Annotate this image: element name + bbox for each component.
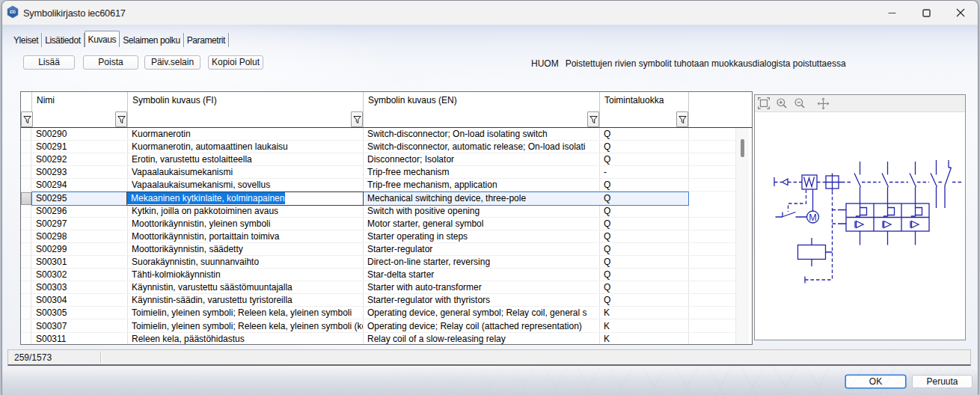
table-row[interactable]: S00298Moottorikäynnistin, portaittain to… xyxy=(21,230,735,243)
symbol-preview-canvas[interactable]: M xyxy=(755,112,965,340)
cell-kuvaus-en[interactable]: Switch-disconnector; On-load isolating s… xyxy=(363,128,599,141)
cancel-button[interactable]: Peruuta xyxy=(912,375,973,388)
column-header-nimi[interactable]: Nimi xyxy=(37,95,55,105)
cell-kuvaus-en[interactable]: Starter-regulator xyxy=(363,243,599,256)
table-row[interactable]: S00290KuormanerotinSwitch-disconnector; … xyxy=(21,128,735,141)
column-header-kuvaus-fi[interactable]: Symbolin kuvaus (FI) xyxy=(132,95,217,105)
cell-toimintaluokka[interactable]: Q xyxy=(599,243,688,256)
row-header[interactable] xyxy=(21,281,31,294)
cell-kuvaus-fi[interactable]: Vapaalaukaisumekanismi, sovellus xyxy=(127,179,363,192)
cell-kuvaus-en[interactable]: Direct-on-line starter, reversing xyxy=(363,256,599,269)
cell-toimintaluokka[interactable]: Q xyxy=(599,179,688,192)
cell-kuvaus-en[interactable]: Motor starter, general symbol xyxy=(363,218,599,230)
cell-toimintaluokka[interactable]: K xyxy=(599,333,688,344)
cell-nimi[interactable]: S00293 xyxy=(31,166,127,179)
maximize-button[interactable] xyxy=(909,1,943,25)
cell-filler[interactable] xyxy=(688,333,735,344)
cell-nimi[interactable]: S00294 xyxy=(31,179,127,192)
cell-nimi[interactable]: S00290 xyxy=(31,128,127,141)
kopioi-polut-button[interactable]: Kopioi Polut xyxy=(208,55,263,70)
row-header[interactable] xyxy=(21,166,31,179)
cell-kuvaus-fi[interactable]: Suorakäynnistin, suunnanvaihto xyxy=(127,256,363,269)
cell-toimintaluokka[interactable]: - xyxy=(599,166,688,179)
cell-kuvaus-fi[interactable]: Käynnistin-säädin, varustettu tyristorei… xyxy=(127,294,363,307)
filter-button-toimintaluokka[interactable] xyxy=(676,111,688,127)
cell-filler[interactable] xyxy=(688,141,735,153)
cell-filler[interactable] xyxy=(688,205,735,218)
cell-filler[interactable] xyxy=(688,269,735,281)
cell-nimi[interactable]: S00295 xyxy=(31,192,127,205)
cell-nimi[interactable]: S00302 xyxy=(31,269,127,281)
cell-kuvaus-fi[interactable]: Kuormanerotin, automaattinen laukaisu xyxy=(127,141,363,153)
cell-toimintaluokka[interactable]: Q xyxy=(599,153,688,166)
cell-kuvaus-en[interactable]: Relay coil of a slow-releasing relay xyxy=(363,333,599,344)
cell-toimintaluokka[interactable]: K xyxy=(599,320,688,333)
row-header[interactable] xyxy=(21,243,31,256)
cell-kuvaus-fi[interactable]: Toimielin, yleinen symboli; Releen kela,… xyxy=(127,307,363,319)
cell-toimintaluokka[interactable]: Q xyxy=(599,128,688,141)
cell-filler[interactable] xyxy=(688,179,735,192)
cell-filler[interactable] xyxy=(688,166,735,179)
cell-nimi[interactable]: S00301 xyxy=(31,256,127,269)
cell-nimi[interactable]: S00299 xyxy=(31,243,127,256)
cell-filler[interactable] xyxy=(688,230,735,243)
cell-toimintaluokka[interactable]: Q xyxy=(599,294,688,307)
cell-nimi[interactable]: S00297 xyxy=(31,218,127,230)
cell-filler[interactable] xyxy=(688,153,735,166)
cell-kuvaus-fi[interactable]: Käynnistin, varustettu säästömuuntajalla xyxy=(127,281,363,294)
row-header[interactable] xyxy=(21,294,31,307)
cell-kuvaus-fi[interactable]: Tähti-kolmiokäynnistin xyxy=(127,269,363,281)
cell-toimintaluokka[interactable]: Q xyxy=(599,141,688,153)
table-row[interactable]: S00296Kytkin, joilla on pakkotoiminen av… xyxy=(21,205,735,218)
close-button[interactable] xyxy=(943,1,978,25)
scrollbar-thumb[interactable] xyxy=(741,139,744,157)
table-row[interactable]: S00294Vapaalaukaisumekanismi, sovellusTr… xyxy=(21,179,735,192)
table-row[interactable]: S00304Käynnistin-säädin, varustettu tyri… xyxy=(21,294,735,307)
zoom-in-button[interactable] xyxy=(773,95,791,111)
paiv-selain-button[interactable]: Päiv.selain xyxy=(144,55,200,70)
lisaa-button[interactable]: Lisää xyxy=(23,55,75,70)
table-row[interactable]: S00293VapaalaukaisumekanismiTrip-free me… xyxy=(21,166,735,179)
cell-toimintaluokka[interactable]: Q xyxy=(599,192,688,205)
table-row[interactable]: S00291Kuormanerotin, automaattinen lauka… xyxy=(21,141,735,153)
row-header[interactable] xyxy=(21,256,31,269)
cell-kuvaus-fi[interactable]: Releen kela, päästöhidastus xyxy=(127,333,363,344)
cell-nimi[interactable]: S00305 xyxy=(31,307,127,319)
cell-kuvaus-en[interactable]: Starter with auto-transformer xyxy=(363,281,599,294)
cell-nimi[interactable]: S00296 xyxy=(31,205,127,218)
tab-parametrit[interactable]: Parametrit xyxy=(184,33,229,47)
cell-filler[interactable] xyxy=(688,128,735,141)
cell-filler[interactable] xyxy=(688,320,735,333)
cell-kuvaus-fi[interactable]: Kytkin, joilla on pakkotoiminen avaus xyxy=(127,205,363,218)
cell-kuvaus-en[interactable]: Switch with positive opening xyxy=(363,205,599,218)
row-header[interactable] xyxy=(21,218,31,230)
cell-kuvaus-en[interactable]: Trip-free mechanism, application xyxy=(363,179,599,192)
filter-button-kuvaus-fi[interactable] xyxy=(351,111,363,127)
cell-nimi[interactable]: S00291 xyxy=(31,141,127,153)
tab-kuvaus[interactable]: Kuvaus xyxy=(85,31,120,47)
row-header[interactable] xyxy=(21,205,31,218)
row-header[interactable] xyxy=(21,320,31,333)
row-header[interactable] xyxy=(21,333,31,344)
cell-kuvaus-fi[interactable]: Vapaalaukaisumekanismi xyxy=(127,166,363,179)
row-header[interactable] xyxy=(21,128,31,141)
cell-toimintaluokka[interactable]: K xyxy=(599,307,688,319)
cell-nimi[interactable]: S00303 xyxy=(31,281,127,294)
column-header-kuvaus-en[interactable]: Symbolin kuvaus (EN) xyxy=(368,95,457,105)
cell-toimintaluokka[interactable]: Q xyxy=(599,205,688,218)
cell-toimintaluokka[interactable]: Q xyxy=(599,269,688,281)
ok-button[interactable]: OK xyxy=(845,375,906,388)
filter-button-nimi[interactable] xyxy=(115,111,127,127)
cell-nimi[interactable]: S00298 xyxy=(31,230,127,243)
cell-nimi[interactable]: S00304 xyxy=(31,294,127,307)
cell-kuvaus-fi[interactable]: Erotin, varustettu estolaitteella xyxy=(127,153,363,166)
row-header[interactable] xyxy=(21,307,31,319)
zoom-fit-button[interactable] xyxy=(755,95,773,111)
cell-kuvaus-en[interactable]: Disconnector; Isolator xyxy=(363,153,599,166)
cell-nimi[interactable]: S00311 xyxy=(31,333,127,344)
table-row[interactable]: S00301Suorakäynnistin, suunnanvaihtoDire… xyxy=(21,256,735,269)
cell-filler[interactable] xyxy=(688,294,735,307)
table-row[interactable]: S00292Erotin, varustettu estolaitteellaD… xyxy=(21,153,735,166)
tab-lisatiedot[interactable]: Lisätiedot xyxy=(42,33,84,47)
vertical-scrollbar[interactable] xyxy=(735,128,749,344)
